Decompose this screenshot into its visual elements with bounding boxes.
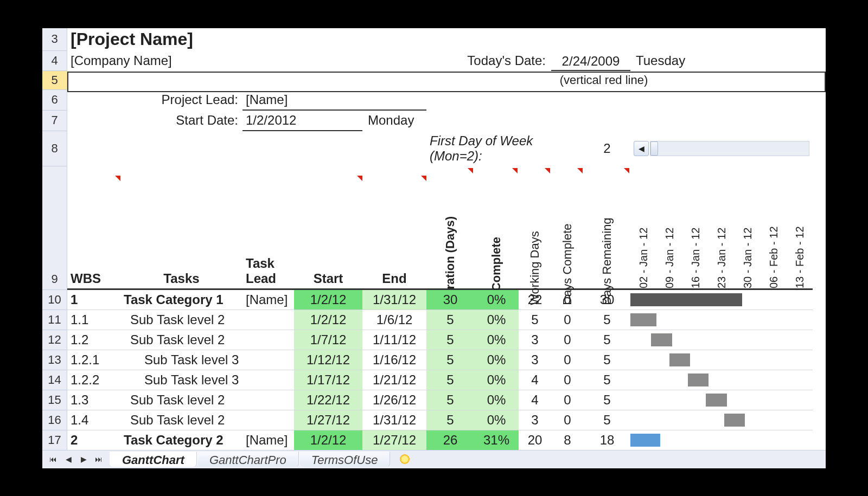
- col-task-lead[interactable]: Task Lead: [242, 166, 294, 290]
- wbs-cell[interactable]: 1.4: [67, 410, 120, 430]
- week-header[interactable]: 16 - Jan - 12: [682, 166, 709, 290]
- pct-cell[interactable]: 0%: [474, 310, 519, 330]
- gantt-cell[interactable]: [630, 390, 813, 410]
- lead-cell[interactable]: [Name]: [242, 290, 294, 310]
- gantt-cell[interactable]: [630, 430, 813, 450]
- days-remaining-cell[interactable]: 30: [584, 290, 630, 310]
- row-header-4[interactable]: 4: [42, 51, 67, 71]
- days-remaining-cell[interactable]: 5: [584, 310, 630, 330]
- end-cell[interactable]: 1/26/12: [362, 390, 426, 410]
- days-complete-cell[interactable]: 0: [551, 370, 584, 390]
- end-cell[interactable]: 1/16/12: [362, 350, 426, 370]
- pct-cell[interactable]: 0%: [474, 390, 519, 410]
- duration-cell[interactable]: 5: [426, 410, 474, 430]
- lead-cell[interactable]: [242, 390, 294, 410]
- row-header-3[interactable]: 3: [42, 28, 67, 51]
- end-cell[interactable]: 1/31/12: [362, 290, 426, 310]
- end-cell[interactable]: 1/6/12: [362, 310, 426, 330]
- duration-cell[interactable]: 30: [426, 290, 474, 310]
- days-complete-cell[interactable]: 0: [551, 290, 584, 310]
- company-name[interactable]: [Company Name]: [67, 51, 426, 71]
- duration-cell[interactable]: 5: [426, 330, 474, 350]
- days-remaining-cell[interactable]: 5: [584, 390, 630, 410]
- pct-cell[interactable]: 0%: [474, 410, 519, 430]
- days-complete-cell[interactable]: 0: [551, 330, 584, 350]
- new-sheet-button[interactable]: [390, 454, 419, 464]
- wbs-cell[interactable]: 2: [67, 430, 120, 450]
- gantt-bar[interactable]: [651, 333, 672, 346]
- row-header-13[interactable]: 13: [42, 350, 67, 370]
- col-start[interactable]: Start: [294, 166, 362, 290]
- pct-cell[interactable]: 0%: [474, 350, 519, 370]
- days-complete-cell[interactable]: 0: [551, 350, 584, 370]
- days-complete-cell[interactable]: 0: [551, 390, 584, 410]
- wbs-cell[interactable]: 1.2.2: [67, 370, 120, 390]
- week-header[interactable]: 23 - Jan - 12: [709, 166, 735, 290]
- task-cell[interactable]: Task Category 1: [120, 290, 242, 310]
- gantt-bar[interactable]: [706, 394, 726, 407]
- start-cell[interactable]: 1/17/12: [294, 370, 362, 390]
- gantt-cell[interactable]: [630, 330, 813, 350]
- working-cell[interactable]: 3: [519, 350, 551, 370]
- gantt-cell[interactable]: [630, 410, 813, 430]
- lead-cell[interactable]: [242, 410, 294, 430]
- working-cell[interactable]: 4: [519, 370, 551, 390]
- tab-nav-last[interactable]: ⏭: [91, 452, 106, 467]
- task-cell[interactable]: Sub Task level 3: [120, 370, 242, 390]
- week-header[interactable]: 09 - Jan - 12: [656, 166, 682, 290]
- row-header-5[interactable]: 5: [42, 71, 67, 90]
- gantt-bar[interactable]: [630, 434, 660, 447]
- lead-cell[interactable]: [242, 310, 294, 330]
- row-header-10[interactable]: 10: [42, 290, 67, 310]
- project-name[interactable]: [Project Name]: [67, 28, 813, 51]
- row-header-8[interactable]: 8: [42, 131, 67, 166]
- col-tasks[interactable]: Tasks: [120, 166, 242, 290]
- days-remaining-cell[interactable]: 18: [584, 430, 630, 450]
- wbs-cell[interactable]: 1: [67, 290, 120, 310]
- gantt-bar[interactable]: [630, 313, 656, 326]
- working-cell[interactable]: 20: [519, 430, 551, 450]
- first-day-value[interactable]: 2: [584, 131, 630, 166]
- end-cell[interactable]: 1/31/12: [362, 410, 426, 430]
- working-cell[interactable]: 22: [519, 290, 551, 310]
- working-cell[interactable]: 4: [519, 390, 551, 410]
- task-cell[interactable]: Sub Task level 3: [120, 350, 242, 370]
- pct-cell[interactable]: 0%: [474, 290, 519, 310]
- row-header-16[interactable]: 16: [42, 410, 67, 430]
- start-cell[interactable]: 1/27/12: [294, 410, 362, 430]
- days-remaining-cell[interactable]: 5: [584, 350, 630, 370]
- scroll-thumb[interactable]: [650, 141, 658, 156]
- start-date-value[interactable]: 1/2/2012: [242, 111, 362, 131]
- gantt-bar[interactable]: [724, 414, 745, 427]
- week-header[interactable]: 02 - Jan - 12: [630, 166, 656, 290]
- wbs-cell[interactable]: 1.3: [67, 390, 120, 410]
- lead-cell[interactable]: [Name]: [242, 430, 294, 450]
- row-header-7[interactable]: 7: [42, 111, 67, 131]
- week-header[interactable]: 13 - Feb - 12: [787, 166, 813, 290]
- col-pct-complete[interactable]: % Complete: [474, 166, 519, 290]
- today-date-value[interactable]: 2/24/2009: [551, 51, 630, 71]
- lead-cell[interactable]: [242, 330, 294, 350]
- task-cell[interactable]: Sub Task level 2: [120, 330, 242, 350]
- duration-cell[interactable]: 26: [426, 430, 474, 450]
- row-header-9[interactable]: 9: [42, 166, 67, 290]
- wbs-cell[interactable]: 1.2.1: [67, 350, 120, 370]
- start-cell[interactable]: 1/2/12: [294, 310, 362, 330]
- row-header-11[interactable]: 11: [42, 310, 67, 330]
- row-header-14[interactable]: 14: [42, 370, 67, 390]
- lead-cell[interactable]: [242, 370, 294, 390]
- start-cell[interactable]: 1/2/12: [294, 430, 362, 450]
- pct-cell[interactable]: 0%: [474, 330, 519, 350]
- tab-nav-first[interactable]: ⏮: [46, 452, 61, 467]
- week-header[interactable]: 30 - Jan - 12: [735, 166, 761, 290]
- end-cell[interactable]: 1/27/12: [362, 430, 426, 450]
- spreadsheet-grid[interactable]: 3[Project Name]4[Company Name]Today's Da…: [42, 28, 826, 450]
- row-header-15[interactable]: 15: [42, 390, 67, 410]
- task-cell[interactable]: Sub Task level 2: [120, 410, 242, 430]
- days-remaining-cell[interactable]: 5: [584, 370, 630, 390]
- task-cell[interactable]: Sub Task level 2: [120, 390, 242, 410]
- end-cell[interactable]: 1/21/12: [362, 370, 426, 390]
- working-cell[interactable]: 3: [519, 330, 551, 350]
- task-cell[interactable]: Task Category 2: [120, 430, 242, 450]
- sheet-tab-ganttchartpro[interactable]: GanttChartPro: [197, 452, 299, 467]
